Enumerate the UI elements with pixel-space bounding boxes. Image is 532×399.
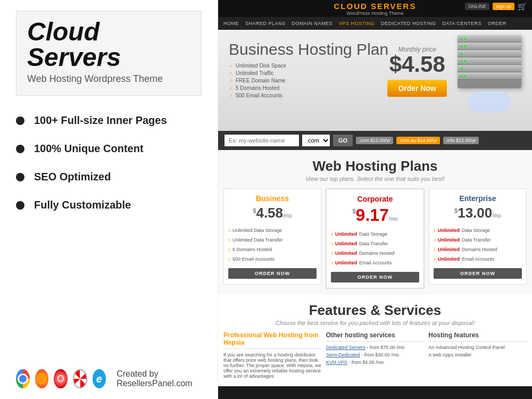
cloud-image (468, 91, 511, 112)
nav-item-domain-names[interactable]: DOMAIN NAMES (292, 21, 333, 26)
hero-price-box: Monthly price $4.58 Order Now (387, 46, 447, 97)
feature-item: Unlimited Domains Hosted (331, 248, 419, 258)
plan-enterprise-features: Unlimited Data Storage Unlimited Data Tr… (434, 226, 522, 264)
hero-order-button[interactable]: Order Now (387, 80, 447, 97)
plans-grid: Business $4.58/mo Unlimited Data Storage… (223, 188, 527, 289)
features-title: Features & Services (223, 302, 527, 319)
feature-col-other-title: Other hosting services (326, 331, 425, 342)
top-bar-right: ONLINE sign up 🛒 (465, 2, 527, 11)
plan-business-amount: 4.58 (256, 205, 283, 221)
top-bar: CLOUD SERVERS WordPress Hosting Theme ON… (218, 0, 532, 17)
feature-apps-installer: A web Apps Installer (428, 352, 527, 358)
feature-control-panel: An Advanced Hosting Control Panel (428, 345, 527, 350)
nav-item-dedicated-hosting[interactable]: DEDICATED HOSTING (381, 21, 436, 26)
comau-price: .com.au $14.50/yr (396, 137, 440, 144)
right-panel: CLOUD SERVERS WordPress Hosting Theme ON… (218, 0, 532, 399)
feature-col-features: Hosting features An Advanced Hosting Con… (428, 331, 527, 381)
site-title: CLOUD SERVERS (334, 2, 417, 11)
online-badge: ONLINE (465, 3, 489, 10)
feature-item: Unlimited Email Accounts (331, 258, 419, 268)
feature-col-hosting-text: If you are searching for a hosting distr… (223, 352, 322, 379)
nav-item-order[interactable]: ORDER (488, 21, 506, 26)
server-stack (458, 35, 521, 88)
nav-item-data-centers[interactable]: DATA CENTERS (442, 21, 481, 26)
feature-item: 100+ Full-size Inner Pages (16, 114, 202, 127)
site-subtitle: WordPress Hosting Theme (334, 11, 417, 16)
plan-business-name: Business (228, 194, 317, 203)
nav-item-shared-plans[interactable]: SHARED PLANS (245, 21, 286, 26)
feature-col-hosting-title: Professional Web Hosting from Hepsia (223, 331, 322, 349)
plan-business: Business $4.58/mo Unlimited Data Storage… (223, 188, 321, 285)
nav-item-home[interactable]: HOME (223, 21, 239, 26)
nav-bar: HOMESHARED PLANSDOMAIN NAMESVPS HOSTINGD… (218, 17, 532, 30)
feature-item: 500 Email Accounts (228, 254, 317, 264)
feature-item: 100% Unique Content (16, 143, 202, 155)
title-box: Cloud Servers Web Hosting Wordpress Them… (16, 11, 202, 96)
plan-corporate-period: /mo (389, 216, 398, 222)
com-price: .com $12.00/yr (356, 137, 393, 144)
bullet-icon (16, 145, 24, 153)
feature-item: 6 Domains Hosted (228, 245, 317, 254)
features-subtitle: Choose the best service for you packed w… (223, 320, 527, 326)
plan-business-price: $4.58/mo (228, 205, 317, 221)
bullet-icon (16, 173, 24, 181)
browser-icons: O e Created by ResellersPanel.com (16, 369, 202, 388)
plan-corporate-features: Unlimited Data Storage Unlimited Data Tr… (331, 229, 419, 268)
hero-price: $4.58 (387, 53, 447, 76)
plan-enterprise-price: $13.00/mo (434, 205, 522, 221)
feature-col-hosting: Professional Web Hosting from Hepsia If … (223, 331, 322, 381)
plans-section: Web Hosting Plans View our top plans. Se… (218, 150, 532, 294)
plans-title: Web Hosting Plans (223, 158, 527, 174)
bullet-icon (16, 201, 24, 210)
feature-col-other: Other hosting services Dedicated Servers… (326, 331, 425, 381)
opera-icon: O (54, 369, 68, 388)
plan-corporate: Corporate $9.17/mo Unlimited Data Storag… (326, 188, 425, 289)
cart-icon: 🛒 (518, 2, 527, 11)
feature-item: Unlimited Domains Hosted (434, 245, 522, 254)
feature-item: Unlimited Data Transfer (228, 235, 317, 245)
main-title: Cloud Servers (27, 19, 190, 70)
domain-go-button[interactable]: GO (333, 135, 353, 146)
feature-item: Unlimited Data Storage (434, 226, 522, 235)
features-list: 100+ Full-size Inner Pages100% Unique Co… (16, 114, 202, 369)
features-grid: Professional Web Hosting from Hepsia If … (223, 331, 527, 381)
plan-corporate-price: $9.17/mo (331, 205, 419, 225)
kvm-vps-link[interactable]: KVM VPS - from $4.00 /mo (326, 360, 425, 365)
domain-extension-select[interactable]: .com (302, 135, 330, 146)
subtitle: Web Hosting Wordpress Theme (27, 73, 190, 85)
chrome-icon (16, 369, 30, 388)
top-bar-center: CLOUD SERVERS WordPress Hosting Theme (334, 2, 417, 16)
feature-item: Unlimited Data Transfer (331, 239, 419, 248)
features-section: Features & Services Choose the best serv… (218, 294, 532, 386)
nav-item-vps-hosting[interactable]: VPS HOSTING (339, 21, 375, 26)
plan-corporate-amount: 9.17 (356, 205, 389, 225)
plan-enterprise: Enterprise $13.00/mo Unlimited Data Stor… (429, 188, 527, 285)
ie-icon: e (93, 369, 106, 388)
plan-business-period: /mo (283, 213, 292, 219)
signup-button[interactable]: sign up (493, 3, 514, 10)
hero-section: Business Hosting Plan Unlimited Disk Spa… (218, 30, 532, 131)
server-image (452, 35, 527, 120)
domain-search: .com GO .com $12.00/yr .com.au $14.50/yr… (218, 131, 532, 150)
left-panel: Cloud Servers Web Hosting Wordpress Them… (0, 0, 218, 399)
feature-item: Unlimited Email Accounts (434, 254, 522, 264)
dedicated-servers-link[interactable]: Dedicated Servers - from $75.00 /mo (326, 345, 425, 350)
created-by: Created by ResellersPanel.com (117, 369, 202, 388)
plans-subtitle: View our top plans. Select the one that … (223, 176, 527, 182)
feature-item: Unlimited Data Storage (228, 226, 317, 235)
feature-item: Unlimited Data Storage (331, 229, 419, 239)
info-price: .info $12.95/yr (443, 137, 479, 144)
plan-enterprise-order[interactable]: ORDER NOW (434, 268, 522, 279)
plan-enterprise-name: Enterprise (434, 194, 522, 203)
safari-icon (73, 369, 87, 388)
plan-enterprise-period: /mo (492, 213, 501, 219)
semi-dedicated-link[interactable]: Semi-Dedicated - from $30.00 /mo (326, 352, 425, 358)
plan-corporate-name: Corporate (331, 195, 419, 203)
domain-input[interactable] (225, 135, 299, 146)
plan-corporate-order[interactable]: ORDER NOW (331, 272, 419, 282)
feature-item: Fully Customizable (16, 199, 202, 211)
plan-business-order[interactable]: ORDER NOW (228, 268, 317, 279)
plan-enterprise-amount: 13.00 (458, 205, 492, 221)
firefox-icon (35, 369, 49, 388)
feature-col-features-title: Hosting features (428, 331, 527, 342)
